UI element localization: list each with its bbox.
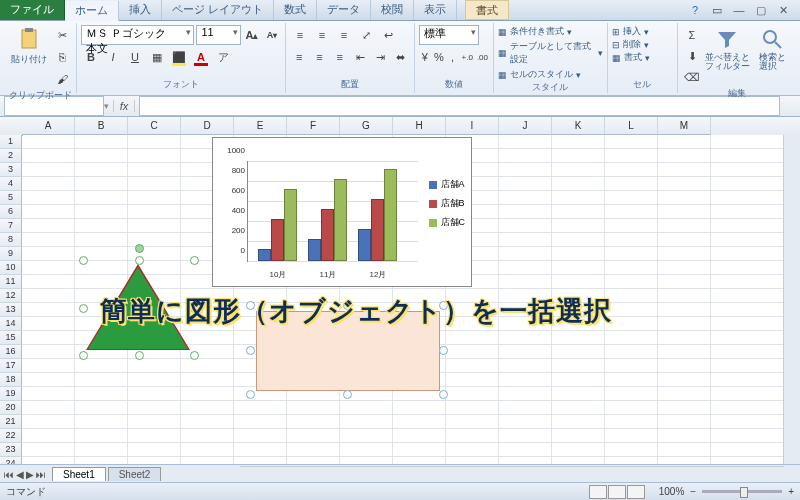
tab-formulas[interactable]: 数式 — [274, 0, 317, 20]
sheet-nav[interactable]: ⏮◀▶⏭ — [0, 469, 50, 480]
row-header[interactable]: 5 — [0, 191, 22, 205]
row-header[interactable]: 4 — [0, 177, 22, 191]
zoom-level[interactable]: 100% — [659, 486, 685, 497]
paste-button[interactable]: 貼り付け — [8, 25, 50, 81]
currency-icon[interactable]: ¥ — [419, 47, 431, 67]
indent-inc-icon[interactable]: ⇥ — [371, 47, 389, 67]
sort-filter-button[interactable]: 並べ替えと フィルター — [704, 25, 750, 81]
row-header[interactable]: 15 — [0, 331, 22, 345]
col-header[interactable]: L — [605, 117, 658, 135]
copy-icon[interactable]: ⎘ — [52, 47, 72, 67]
col-header[interactable]: A — [22, 117, 75, 135]
align-middle-icon[interactable]: ≡ — [312, 25, 332, 45]
percent-icon[interactable]: % — [433, 47, 445, 67]
wrap-text-icon[interactable]: ↩ — [378, 25, 398, 45]
zoom-slider[interactable] — [702, 490, 782, 493]
minimize-icon[interactable]: — — [732, 3, 746, 17]
align-right-icon[interactable]: ≡ — [331, 47, 349, 67]
fill-icon[interactable]: ⬇ — [682, 46, 702, 66]
col-header[interactable]: K — [552, 117, 605, 135]
fx-button[interactable]: fx — [113, 100, 135, 112]
worksheet[interactable]: ABCDEFGHIJKLM 12345678910111213141516171… — [0, 117, 800, 465]
row-header[interactable]: 3 — [0, 163, 22, 177]
shrink-font-icon[interactable]: A▾ — [263, 25, 281, 45]
font-name-combo[interactable]: ＭＳ Ｐゴシック 本文 — [81, 25, 194, 45]
tab-insert[interactable]: 挿入 — [119, 0, 162, 20]
row-header[interactable]: 20 — [0, 401, 22, 415]
font-size-combo[interactable]: 11 — [196, 25, 241, 45]
indent-dec-icon[interactable]: ⇤ — [351, 47, 369, 67]
sheet-tab-2[interactable]: Sheet2 — [108, 467, 162, 481]
row-header[interactable]: 16 — [0, 345, 22, 359]
insert-cells-button[interactable]: ⊞挿入 ▾ — [612, 25, 673, 38]
row-header[interactable]: 14 — [0, 317, 22, 331]
cut-icon[interactable]: ✂ — [52, 25, 72, 45]
conditional-format-button[interactable]: ▦条件付き書式 ▾ — [498, 25, 603, 38]
row-header[interactable]: 6 — [0, 205, 22, 219]
row-header[interactable]: 8 — [0, 233, 22, 247]
format-cells-button[interactable]: ▦書式 ▾ — [612, 51, 673, 64]
row-header[interactable]: 2 — [0, 149, 22, 163]
tab-format-context[interactable]: 書式 — [465, 0, 509, 20]
help-icon[interactable]: ? — [688, 3, 702, 17]
delete-cells-button[interactable]: ⊟削除 ▾ — [612, 38, 673, 51]
view-page-layout-icon[interactable] — [608, 485, 626, 499]
border-button[interactable]: ▦ — [147, 47, 167, 67]
number-format-combo[interactable]: 標準 — [419, 25, 479, 45]
format-painter-icon[interactable]: 🖌 — [52, 69, 72, 89]
col-header[interactable]: J — [499, 117, 552, 135]
row-header[interactable]: 9 — [0, 247, 22, 261]
col-header[interactable]: I — [446, 117, 499, 135]
col-header[interactable]: F — [287, 117, 340, 135]
tab-page-layout[interactable]: ページ レイアウト — [162, 0, 274, 20]
ribbon-toggle-icon[interactable]: ▭ — [710, 3, 724, 17]
row-header[interactable]: 10 — [0, 261, 22, 275]
col-header[interactable]: H — [393, 117, 446, 135]
col-header[interactable]: B — [75, 117, 128, 135]
row-header[interactable]: 23 — [0, 443, 22, 457]
col-header[interactable]: D — [181, 117, 234, 135]
maximize-icon[interactable]: ▢ — [754, 3, 768, 17]
tab-home[interactable]: ホーム — [65, 1, 119, 21]
row-header[interactable]: 12 — [0, 289, 22, 303]
merge-icon[interactable]: ⬌ — [392, 47, 410, 67]
row-header[interactable]: 18 — [0, 373, 22, 387]
clear-icon[interactable]: ⌫ — [682, 67, 702, 87]
row-header[interactable]: 1 — [0, 135, 22, 149]
align-bottom-icon[interactable]: ≡ — [334, 25, 354, 45]
phonetic-button[interactable]: ア — [213, 47, 233, 67]
tab-view[interactable]: 表示 — [414, 0, 457, 20]
row-header[interactable]: 17 — [0, 359, 22, 373]
row-header[interactable]: 13 — [0, 303, 22, 317]
fill-color-button[interactable]: ⬛ — [169, 47, 189, 67]
horizontal-scrollbar[interactable] — [240, 466, 784, 483]
col-header[interactable]: E — [234, 117, 287, 135]
format-as-table-button[interactable]: ▦テーブルとして書式設定 ▾ — [498, 40, 603, 66]
autosum-icon[interactable]: Σ — [682, 25, 702, 45]
view-normal-icon[interactable] — [589, 485, 607, 499]
find-select-button[interactable]: 検索と 選択 — [752, 25, 792, 81]
col-header[interactable]: M — [658, 117, 711, 135]
align-top-icon[interactable]: ≡ — [290, 25, 310, 45]
grow-font-icon[interactable]: A▴ — [243, 25, 261, 45]
chart-object[interactable]: 02004006008001000 10月11月12月 店舗A店舗B店舗C — [212, 137, 472, 287]
col-header[interactable]: G — [340, 117, 393, 135]
col-header[interactable]: C — [128, 117, 181, 135]
dec-decimal-icon[interactable]: .00 — [476, 47, 489, 67]
align-left-icon[interactable]: ≡ — [290, 47, 308, 67]
row-header[interactable]: 21 — [0, 415, 22, 429]
comma-icon[interactable]: , — [447, 47, 459, 67]
select-all-corner[interactable] — [0, 117, 23, 136]
row-header[interactable]: 19 — [0, 387, 22, 401]
row-header[interactable]: 11 — [0, 275, 22, 289]
underline-button[interactable]: U — [125, 47, 145, 67]
row-header[interactable]: 7 — [0, 219, 22, 233]
zoom-out-icon[interactable]: − — [690, 486, 696, 497]
font-color-button[interactable]: A — [191, 47, 211, 67]
cell-styles-button[interactable]: ▦セルのスタイル ▾ — [498, 68, 603, 81]
tab-review[interactable]: 校閲 — [371, 0, 414, 20]
orientation-icon[interactable]: ⤢ — [356, 25, 376, 45]
inc-decimal-icon[interactable]: +.0 — [461, 47, 474, 67]
tab-data[interactable]: データ — [317, 0, 371, 20]
tab-file[interactable]: ファイル — [0, 0, 65, 20]
